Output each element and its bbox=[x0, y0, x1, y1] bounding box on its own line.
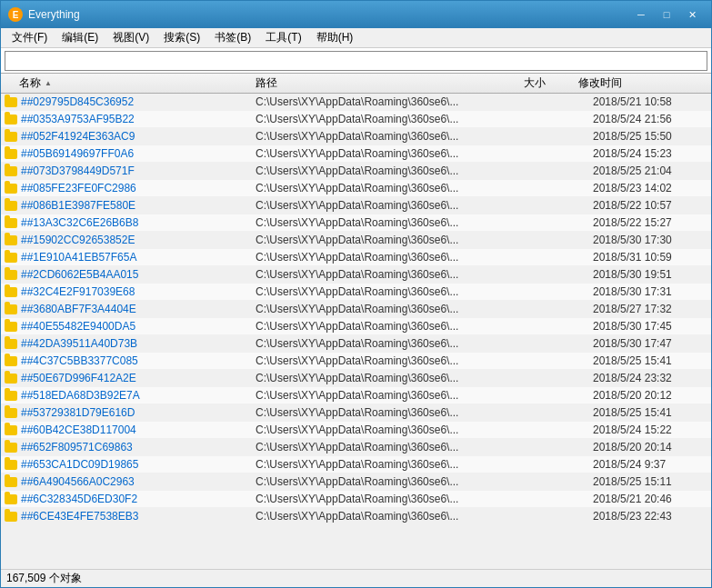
file-date: 2018/5/27 17:32 bbox=[593, 303, 711, 315]
menu-edit[interactable]: 编辑(E) bbox=[55, 28, 105, 47]
file-date: 2018/5/24 15:22 bbox=[593, 424, 711, 436]
file-date: 2018/5/30 17:45 bbox=[593, 320, 711, 333]
table-row[interactable]: ##6CE43E4FE7538EB3 C:\Users\XY\AppData\R… bbox=[1, 508, 711, 525]
menu-bookmarks[interactable]: 书签(B) bbox=[207, 28, 258, 47]
folder-icon-container bbox=[5, 406, 19, 419]
file-name: ##6C328345D6ED30F2 bbox=[21, 493, 256, 505]
close-button[interactable]: ✕ bbox=[680, 5, 704, 24]
file-name: ##13A3C32C6E26B6B8 bbox=[21, 216, 256, 229]
title-bar-text: Everything bbox=[28, 8, 629, 21]
file-date: 2018/5/22 10:57 bbox=[593, 199, 711, 212]
file-name: ##05B69149697FF0A6 bbox=[21, 147, 256, 160]
table-row[interactable]: ##086B1E3987FE580E C:\Users\XY\AppData\R… bbox=[1, 197, 711, 214]
table-row[interactable]: ##652F809571C69863 C:\Users\XY\AppData\R… bbox=[1, 439, 711, 456]
table-row[interactable]: ##3680ABF7F3A4404E C:\Users\XY\AppData\R… bbox=[1, 301, 711, 318]
file-date: 2018/5/25 15:41 bbox=[593, 354, 711, 367]
file-name: ##60B42CE38D117004 bbox=[21, 424, 256, 436]
search-input[interactable] bbox=[5, 51, 707, 71]
table-row[interactable]: ##073D3798449D571F C:\Users\XY\AppData\R… bbox=[1, 163, 711, 180]
file-path: C:\Users\XY\AppData\Roaming\360se6\... bbox=[256, 251, 538, 264]
file-path: C:\Users\XY\AppData\Roaming\360se6\... bbox=[256, 354, 538, 367]
table-row[interactable]: ##42DA39511A40D73B C:\Users\XY\AppData\R… bbox=[1, 335, 711, 353]
menu-search[interactable]: 搜索(S) bbox=[156, 28, 207, 47]
table-row[interactable]: ##50E67D996F412A2E C:\Users\XY\AppData\R… bbox=[1, 370, 711, 387]
folder-icon bbox=[5, 374, 17, 384]
file-date: 2018/5/31 10:59 bbox=[593, 251, 711, 264]
folder-icon-container bbox=[5, 130, 19, 143]
menu-tools[interactable]: 工具(T) bbox=[258, 28, 308, 47]
table-row[interactable]: ##13A3C32C6E26B6B8 C:\Users\XY\AppData\R… bbox=[1, 214, 711, 232]
file-name: ##2CD6062E5B4AA015 bbox=[21, 268, 256, 281]
folder-icon-container bbox=[5, 424, 19, 436]
file-date: 2018/5/30 17:47 bbox=[593, 337, 711, 350]
file-path: C:\Users\XY\AppData\Roaming\360se6\... bbox=[256, 475, 538, 488]
file-date: 2018/5/25 15:41 bbox=[593, 406, 711, 419]
file-date: 2018/5/25 15:50 bbox=[593, 130, 711, 143]
table-row[interactable]: ##029795D845C36952 C:\Users\XY\AppData\R… bbox=[1, 94, 711, 111]
table-row[interactable]: ##32C4E2F917039E68 C:\Users\XY\AppData\R… bbox=[1, 284, 711, 301]
maximize-button[interactable]: □ bbox=[655, 5, 678, 24]
column-header-path[interactable]: 路径 bbox=[256, 75, 524, 91]
file-date: 2018/5/20 20:12 bbox=[593, 389, 711, 402]
table-header: 名称 ▲ 路径 大小 修改时间 bbox=[1, 74, 711, 94]
folder-icon bbox=[5, 391, 17, 401]
column-header-size[interactable]: 大小 bbox=[524, 75, 578, 91]
menu-view[interactable]: 视图(V) bbox=[105, 28, 156, 47]
file-date: 2018/5/21 10:58 bbox=[593, 95, 711, 108]
file-path: C:\Users\XY\AppData\Roaming\360se6\... bbox=[256, 389, 538, 402]
table-row[interactable]: ##0353A9753AF95B22 C:\Users\XY\AppData\R… bbox=[1, 111, 711, 128]
file-date: 2018/5/30 17:30 bbox=[593, 234, 711, 246]
column-header-name[interactable]: 名称 ▲ bbox=[1, 75, 256, 91]
file-name: ##085FE23FE0FC2986 bbox=[21, 182, 256, 194]
file-path: C:\Users\XY\AppData\Roaming\360se6\... bbox=[256, 406, 538, 419]
file-date: 2018/5/21 20:46 bbox=[593, 493, 711, 505]
column-header-date[interactable]: 修改时间 bbox=[578, 75, 697, 91]
table-row[interactable]: ##653CA1DC09D19865 C:\Users\XY\AppData\R… bbox=[1, 456, 711, 473]
folder-icon-container bbox=[5, 164, 19, 177]
folder-icon bbox=[5, 494, 17, 504]
folder-icon-container bbox=[5, 389, 19, 402]
table-row[interactable]: ##052F41924E363AC9 C:\Users\XY\AppData\R… bbox=[1, 128, 711, 145]
table-row[interactable]: ##4C37C5BB3377C085 C:\Users\XY\AppData\R… bbox=[1, 353, 711, 370]
folder-icon bbox=[5, 477, 17, 487]
table-row[interactable]: ##53729381D79E616D C:\Users\XY\AppData\R… bbox=[1, 404, 711, 422]
file-name: ##0353A9753AF95B22 bbox=[21, 113, 256, 125]
folder-icon bbox=[5, 425, 17, 435]
table-row[interactable]: ##6C328345D6ED30F2 C:\Users\XY\AppData\R… bbox=[1, 491, 711, 508]
table-row[interactable]: ##60B42CE38D117004 C:\Users\XY\AppData\R… bbox=[1, 422, 711, 439]
table-row[interactable]: ##6A4904566A0C2963 C:\Users\XY\AppData\R… bbox=[1, 473, 711, 491]
sort-arrow-icon: ▲ bbox=[45, 79, 52, 87]
folder-icon-container bbox=[5, 510, 19, 523]
table-row[interactable]: ##2CD6062E5B4AA015 C:\Users\XY\AppData\R… bbox=[1, 266, 711, 284]
minimize-button[interactable]: ─ bbox=[629, 5, 653, 24]
file-date: 2018/5/20 20:14 bbox=[593, 441, 711, 453]
folder-icon-container bbox=[5, 95, 19, 108]
file-date: 2018/5/30 17:31 bbox=[593, 285, 711, 298]
table-row[interactable]: ##085FE23FE0FC2986 C:\Users\XY\AppData\R… bbox=[1, 180, 711, 197]
folder-icon bbox=[5, 270, 17, 280]
file-name: ##653CA1DC09D19865 bbox=[21, 458, 256, 471]
file-path: C:\Users\XY\AppData\Roaming\360se6\... bbox=[256, 424, 538, 436]
folder-icon bbox=[5, 460, 17, 470]
table-row[interactable]: ##1E910A41EB57F65A C:\Users\XY\AppData\R… bbox=[1, 249, 711, 266]
file-path: C:\Users\XY\AppData\Roaming\360se6\... bbox=[256, 337, 538, 350]
table-row[interactable]: ##15902CC92653852E C:\Users\XY\AppData\R… bbox=[1, 232, 711, 249]
file-list: ##029795D845C36952 C:\Users\XY\AppData\R… bbox=[1, 94, 711, 571]
folder-icon-container bbox=[5, 234, 19, 246]
menu-help[interactable]: 帮助(H) bbox=[309, 28, 361, 47]
table-row[interactable]: ##05B69149697FF0A6 C:\Users\XY\AppData\R… bbox=[1, 145, 711, 163]
file-date: 2018/5/23 14:02 bbox=[593, 182, 711, 194]
file-path: C:\Users\XY\AppData\Roaming\360se6\... bbox=[256, 285, 538, 298]
folder-icon bbox=[5, 287, 17, 297]
file-name: ##652F809571C69863 bbox=[21, 441, 256, 453]
menu-file[interactable]: 文件(F) bbox=[5, 28, 55, 47]
file-path: C:\Users\XY\AppData\Roaming\360se6\... bbox=[256, 268, 538, 281]
table-row[interactable]: ##40E55482E9400DA5 C:\Users\XY\AppData\R… bbox=[1, 318, 711, 335]
table-row[interactable]: ##518EDA68D3B92E7A C:\Users\XY\AppData\R… bbox=[1, 387, 711, 404]
folder-icon-container bbox=[5, 441, 19, 453]
file-date: 2018/5/23 22:43 bbox=[593, 510, 711, 523]
file-path: C:\Users\XY\AppData\Roaming\360se6\... bbox=[256, 493, 538, 505]
folder-icon bbox=[5, 235, 17, 245]
file-name: ##42DA39511A40D73B bbox=[21, 337, 256, 350]
file-path: C:\Users\XY\AppData\Roaming\360se6\... bbox=[256, 199, 538, 212]
